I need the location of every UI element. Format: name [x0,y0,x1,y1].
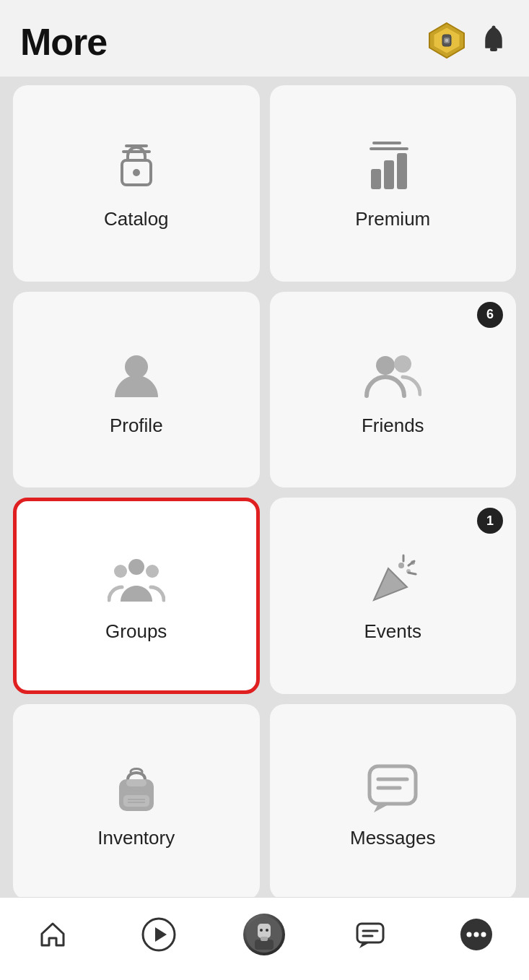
events-badge: 1 [477,508,503,534]
messages-icon [364,759,421,817]
svg-rect-42 [255,940,274,950]
friends-label: Friends [362,415,424,437]
svg-rect-29 [126,779,147,786]
profile-icon [108,347,165,404]
catalog-icon [108,140,165,198]
svg-point-6 [492,26,496,30]
svg-point-20 [114,565,127,578]
inventory-icon [108,759,165,817]
svg-rect-12 [384,160,394,189]
svg-rect-5 [490,48,497,51]
svg-line-27 [408,573,416,574]
events-icon [364,552,421,610]
grid-item-profile[interactable]: Profile [13,292,260,488]
avatar-image [243,914,285,955]
svg-point-49 [473,932,478,937]
events-label: Events [364,620,422,643]
svg-point-40 [260,929,263,932]
svg-rect-33 [370,766,416,804]
svg-point-16 [125,355,148,378]
header-icons [428,22,509,62]
svg-point-19 [128,559,144,575]
groups-label: Groups [105,620,167,643]
svg-rect-43 [261,937,268,941]
bell-icon[interactable] [478,25,509,59]
page-title: More [20,20,107,64]
nav-item-more[interactable] [451,917,502,952]
grid-item-friends[interactable]: 6 Friends [270,292,517,488]
svg-point-22 [398,563,404,568]
nav-item-avatar[interactable] [239,914,289,955]
grid-item-catalog[interactable]: Catalog [13,85,260,282]
home-icon [36,918,69,951]
svg-rect-39 [258,924,271,938]
svg-rect-4 [445,39,448,42]
svg-point-21 [146,565,159,578]
inventory-label: Inventory [97,827,175,849]
svg-rect-11 [371,169,381,189]
svg-point-8 [133,169,140,176]
play-icon [141,916,177,953]
grid-item-events[interactable]: 1 Events [270,498,517,694]
catalog-label: Catalog [104,208,169,230]
bottom-nav [0,897,529,980]
svg-rect-44 [357,924,383,942]
svg-point-41 [266,929,268,932]
svg-point-48 [466,932,471,937]
nav-item-home[interactable] [27,918,78,951]
avatar [243,914,285,955]
svg-rect-13 [397,153,407,189]
nav-item-play[interactable] [134,916,184,953]
nav-item-chat[interactable] [345,918,395,951]
groups-icon [108,552,165,610]
friends-badge: 6 [477,302,503,328]
svg-point-50 [481,932,486,937]
grid-item-messages[interactable]: Messages [270,704,517,901]
friends-icon [364,347,421,404]
chat-icon [354,918,387,951]
grid-item-inventory[interactable]: Inventory [13,704,260,901]
grid-item-premium[interactable]: Premium [270,85,517,282]
svg-point-17 [376,356,395,375]
premium-icon [364,140,421,198]
grid-item-groups[interactable]: Groups [13,498,260,694]
profile-label: Profile [110,415,163,437]
premium-label: Premium [355,208,430,230]
svg-point-18 [394,355,411,373]
more-icon [459,917,494,952]
main-grid: Catalog Premium Profile 6 [0,77,529,909]
robux-icon[interactable] [428,22,465,62]
svg-rect-30 [123,795,149,807]
header: More [0,0,529,77]
messages-label: Messages [350,827,436,849]
svg-marker-37 [155,927,167,942]
